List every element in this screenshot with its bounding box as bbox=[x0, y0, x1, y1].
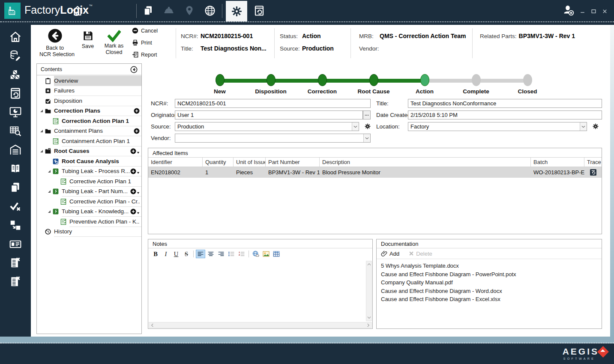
add-document-button[interactable]: Add bbox=[381, 251, 399, 257]
tree-item-failures[interactable]: Failures bbox=[37, 86, 141, 96]
home-icon[interactable] bbox=[9, 30, 22, 43]
column-header-description[interactable]: Description bbox=[320, 158, 531, 167]
notes-editor[interactable] bbox=[148, 260, 372, 328]
tree-item-tubing-leak-knowledg[interactable]: Tubing Leak - Knowledg... bbox=[37, 207, 141, 217]
location-settings-gear-icon[interactable] bbox=[592, 123, 599, 130]
column-header-unit-of-issue[interactable]: Unit of Issue bbox=[234, 158, 266, 167]
tree-item-root-causes[interactable]: Root Causes bbox=[37, 146, 141, 157]
italic-button[interactable]: I bbox=[161, 250, 171, 258]
map-pin-icon[interactable] bbox=[183, 5, 195, 17]
settings-tab-active[interactable] bbox=[226, 1, 247, 21]
bullet-list-button[interactable] bbox=[227, 250, 236, 258]
caret-down-icon[interactable] bbox=[137, 212, 140, 215]
book-icon[interactable] bbox=[9, 162, 22, 175]
pages-icon[interactable] bbox=[9, 181, 22, 194]
title-input[interactable] bbox=[408, 99, 602, 108]
caret-down-icon[interactable] bbox=[137, 171, 140, 174]
caret-down-icon[interactable] bbox=[137, 151, 140, 154]
originator-browse-button[interactable] bbox=[363, 110, 371, 119]
chevron-down-icon[interactable] bbox=[352, 122, 359, 131]
check-x-icon[interactable] bbox=[9, 200, 22, 213]
database-edit-icon[interactable] bbox=[9, 49, 22, 62]
print-button[interactable]: Print bbox=[132, 39, 152, 46]
trace-icon[interactable] bbox=[590, 169, 596, 176]
document-file[interactable]: Cause and Effect Fishbone Diagram - Exce… bbox=[381, 295, 597, 304]
transfer-icon[interactable] bbox=[9, 219, 22, 232]
mark-as-closed-button[interactable]: Mark asClosed bbox=[101, 29, 127, 56]
tree-item-history[interactable]: History bbox=[37, 227, 141, 237]
tree-item-root-cause-analysis[interactable]: Root Cause Analysis bbox=[37, 156, 141, 167]
tree-item-tubing-leak-process-r[interactable]: Tubing Leak - Process R... bbox=[37, 167, 141, 177]
save-button[interactable]: Save bbox=[78, 30, 98, 50]
align-left-button[interactable] bbox=[196, 250, 205, 258]
add-icon[interactable] bbox=[130, 188, 136, 194]
id-card-icon[interactable] bbox=[9, 238, 22, 251]
add-icon[interactable] bbox=[134, 128, 140, 134]
tree-item-tubing-leak-part-num[interactable]: Tubing Leak - Part Num... bbox=[37, 187, 141, 197]
source-select[interactable]: Production bbox=[175, 122, 359, 131]
scroll-left-icon[interactable] bbox=[150, 323, 154, 327]
list-x-icon[interactable] bbox=[9, 257, 22, 269]
chevron-down-icon[interactable] bbox=[363, 134, 370, 142]
add-icon[interactable] bbox=[130, 168, 136, 174]
user-logout-icon[interactable] bbox=[563, 4, 575, 17]
crates-icon[interactable] bbox=[9, 68, 22, 81]
home-icon[interactable] bbox=[72, 5, 84, 17]
bold-button[interactable]: B bbox=[151, 250, 160, 258]
report-button[interactable]: Report bbox=[132, 51, 157, 58]
expander-icon[interactable] bbox=[46, 210, 52, 214]
tree-item-corrective-action-plan-1[interactable]: Corrective Action Plan 1 bbox=[37, 176, 141, 187]
delete-document-button[interactable]: Delete bbox=[409, 251, 432, 257]
pages-icon[interactable] bbox=[142, 5, 154, 17]
tree-item-preventive-action-plan-k[interactable]: Preventive Action Plan - K... bbox=[37, 217, 141, 227]
ncr-input[interactable] bbox=[175, 99, 371, 108]
insert-table-button[interactable] bbox=[272, 250, 281, 258]
back-to-ncr-selection-button[interactable]: Back toNCR Selection bbox=[39, 28, 70, 58]
list-x-icon[interactable] bbox=[9, 275, 22, 288]
column-header-part-number[interactable]: Part Number bbox=[266, 158, 320, 167]
expander-icon[interactable] bbox=[39, 149, 44, 153]
add-icon[interactable] bbox=[134, 108, 140, 114]
document-file[interactable]: Cause and Effect Fishbone Diagram - Word… bbox=[381, 287, 597, 295]
window-maximize-button[interactable] bbox=[590, 8, 597, 15]
scroll-right-icon[interactable] bbox=[366, 323, 370, 327]
insert-image-button[interactable] bbox=[261, 250, 271, 258]
cancel-button[interactable]: Cancel bbox=[132, 27, 158, 34]
notes-horizontal-scrollbar[interactable] bbox=[149, 322, 372, 328]
hard-hat-icon[interactable] bbox=[163, 5, 175, 17]
tree-item-disposition[interactable]: Disposition bbox=[37, 96, 141, 106]
collapse-panel-icon[interactable] bbox=[130, 66, 138, 73]
location-select[interactable]: Factory bbox=[408, 122, 587, 131]
warehouse-icon[interactable] bbox=[9, 143, 22, 156]
tree-item-corrective-action-plan-cr[interactable]: Corrective Action Plan - Cr... bbox=[37, 197, 141, 207]
tree-item-correction-action-plan-1[interactable]: Correction Action Plan 1 bbox=[37, 116, 141, 126]
affected-item-row[interactable]: EN20180021PiecesBP3MV1-3W - Rev 1Blood P… bbox=[148, 167, 602, 178]
align-right-button[interactable] bbox=[216, 250, 226, 258]
notes-vertical-scrollbar[interactable] bbox=[366, 261, 372, 321]
originator-input[interactable] bbox=[175, 110, 363, 119]
number-list-button[interactable] bbox=[237, 250, 246, 258]
document-file[interactable]: 5 Whys Analysis Template.docx bbox=[381, 262, 597, 270]
caret-down-icon[interactable] bbox=[137, 191, 140, 194]
column-header-identifier[interactable]: Identifier bbox=[148, 158, 203, 167]
doc-undo-icon[interactable] bbox=[253, 5, 265, 17]
monitor-pie-icon[interactable] bbox=[9, 106, 22, 119]
add-icon[interactable] bbox=[130, 209, 136, 215]
grid-magnifier-icon[interactable] bbox=[9, 125, 22, 137]
tree-item-overview[interactable]: Overview bbox=[37, 76, 141, 86]
date-created-input[interactable] bbox=[408, 110, 602, 119]
globe-icon[interactable] bbox=[204, 5, 216, 17]
window-close-button[interactable] bbox=[602, 8, 608, 15]
add-icon[interactable] bbox=[130, 148, 136, 154]
column-header-trace[interactable]: Trace bbox=[584, 158, 602, 167]
column-header-quantity[interactable]: Quantity bbox=[203, 158, 234, 167]
source-settings-gear-icon[interactable] bbox=[364, 123, 371, 130]
scroll-up-icon[interactable] bbox=[367, 263, 371, 266]
expander-icon[interactable] bbox=[39, 109, 44, 113]
strikethrough-button[interactable]: S bbox=[182, 250, 191, 258]
column-header-batch[interactable]: Batch bbox=[531, 158, 584, 167]
underline-button[interactable]: U bbox=[171, 250, 181, 258]
chevron-down-icon[interactable] bbox=[580, 122, 587, 131]
vendor-select[interactable] bbox=[175, 134, 371, 143]
document-file[interactable]: Company Quality Manual.pdf bbox=[381, 278, 597, 287]
